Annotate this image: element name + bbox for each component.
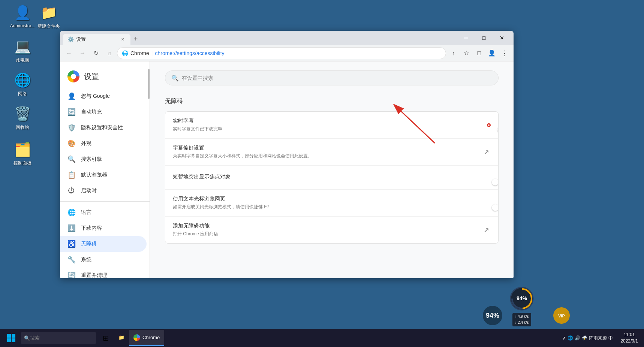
sidebar-item-default-browser[interactable]: 📋 默认浏览器 [60, 167, 150, 183]
desktop: 👤 Administra... 📁 新建文件夹 💻 此电脑 🌐 网络 🗑️ 回收… [0, 0, 644, 347]
weather-label: 阵雨来袭 [589, 335, 607, 341]
sidebar-label-appearance: 外观 [81, 140, 91, 147]
chrome-app-icon [133, 334, 140, 341]
sidebar-scrollbar-thumb[interactable] [148, 69, 150, 99]
home-button[interactable]: ⌂ [103, 47, 115, 59]
desktop-icon-admin[interactable]: 👤 Administra... [7, 4, 37, 28]
caption-prefs-title: 字幕偏好设置 [173, 145, 476, 151]
search-engine-icon: 🔍 [67, 155, 75, 163]
add-accessibility-content: 添加无障碍功能 打开 Chrome 应用商店 [173, 223, 476, 237]
live-caption-title: 实时字幕 [173, 118, 481, 124]
menu-button[interactable]: ⋮ [499, 47, 511, 59]
taskbar-task-view[interactable]: ⊞ [97, 330, 114, 346]
start-button[interactable] [3, 330, 19, 346]
sidebar-item-reset[interactable]: 🔄 重置并清理 [60, 268, 150, 278]
bookmark-button[interactable]: ☆ [460, 47, 472, 59]
sidebar-label-default-browser: 默认浏览器 [81, 172, 107, 178]
taskbar-file-explorer[interactable]: 📁 [114, 330, 129, 346]
maximize-button[interactable]: □ [475, 34, 493, 42]
live-caption-action [487, 123, 491, 127]
sidebar-item-privacy[interactable]: 🛡️ 隐私设置和安全性 [60, 120, 150, 136]
startup-icon: ⏻ [67, 187, 75, 194]
folder-icon: 📁 [40, 4, 58, 22]
taskbar-search[interactable]: 🔍 搜索 [21, 332, 96, 344]
caption-prefs-external-link[interactable]: ↗ [482, 148, 491, 157]
chrome-logo [67, 70, 79, 82]
tray-volume: 🔊 [575, 335, 580, 341]
sidebar-item-downloads[interactable]: ⬇️ 下载内容 [60, 220, 150, 236]
address-bar[interactable]: 🌐 Chrome | chrome://settings/accessibili… [117, 47, 446, 59]
nav-bar: ← → ↻ ⌂ 🌐 Chrome | chrome://settings/acc… [60, 45, 514, 61]
search-input[interactable] [182, 75, 492, 81]
title-bar: ⚙️ 设置 ✕ + — □ ✕ [60, 31, 514, 45]
downloads-icon: ⬇️ [67, 224, 75, 232]
vip-icon: VIP [552, 306, 571, 325]
profile-button[interactable]: 👤 [486, 47, 498, 59]
close-button[interactable]: ✕ [493, 34, 511, 42]
text-cursor-desc: 如需开启或关闭光标浏览模式，请使用快捷键 F7 [173, 204, 485, 210]
sidebar-label-reset: 重置并清理 [81, 272, 107, 278]
autofill-icon: 🔄 [67, 108, 75, 116]
settings-row-add-accessibility: 添加无障碍功能 打开 Chrome 应用商店 ↗ [165, 217, 498, 243]
search-icon: 🔍 [171, 75, 179, 82]
sidebar-item-system[interactable]: 🔧 系统 [60, 252, 150, 268]
temperature-label: 中 [608, 335, 613, 341]
languages-icon: 🌐 [67, 208, 75, 217]
window-controls: — □ ✕ [457, 34, 511, 42]
live-caption-toggle-wrapper [487, 123, 491, 127]
desktop-icon-new-folder[interactable]: 📁 新建文件夹 [34, 4, 64, 30]
browser-tab-settings[interactable]: ⚙️ 设置 ✕ [63, 34, 130, 45]
desktop-icon-control-panel[interactable]: 🗂️ 控制面板 [7, 141, 37, 166]
desktop-icon-recycle-bin[interactable]: 🗑️ 回收站 [7, 105, 37, 131]
sidebar-item-languages[interactable]: 🌐 语言 [60, 205, 150, 220]
taskbar-chrome[interactable]: Chrome [129, 330, 164, 346]
windows-logo [7, 334, 15, 342]
new-tab-button[interactable]: + [130, 34, 141, 44]
text-cursor-content: 使用文本光标浏览网页 如需开启或关闭光标浏览模式，请使用快捷键 F7 [173, 196, 485, 210]
minimize-button[interactable]: — [457, 34, 475, 42]
clock-date: 2022/9/1 [620, 338, 638, 344]
tab-restore-button[interactable]: □ [473, 47, 485, 59]
accessibility-icon: ♿ [67, 240, 75, 248]
settings-search-bar[interactable]: 🔍 [165, 70, 499, 85]
add-accessibility-desc: 打开 Chrome 应用商店 [173, 231, 476, 237]
cpu-gauge-svg: 94% [508, 285, 535, 312]
appearance-icon: 🎨 [67, 139, 75, 148]
taskbar-apps: 📁 Chrome [114, 330, 560, 346]
browser-content: 设置 👤 您与 Google 🔄 自动填充 🛡️ 隐私设置和安全性 🎨 外观 [60, 61, 514, 278]
svg-rect-10 [7, 338, 11, 342]
sidebar-item-on-startup[interactable]: ⏻ 启动时 [60, 183, 150, 198]
svg-text:94%: 94% [517, 295, 527, 301]
taskbar-clock[interactable]: 11:01 2022/9/1 [617, 332, 641, 344]
highlight-focus-content: 短暂地突出显示焦点对象 [173, 174, 485, 182]
forward-button[interactable]: → [76, 47, 88, 59]
back-button[interactable]: ← [63, 47, 75, 59]
caption-prefs-action: ↗ [482, 148, 491, 157]
tab-close-button[interactable]: ✕ [119, 36, 126, 43]
taskbar: 🔍 搜索 ⊞ 📁 Chrome ∧ 🌐 🔊 ⛈️ 阵雨来袭 中 11:0 [0, 329, 644, 347]
desktop-icon-network[interactable]: 🌐 网络 [7, 71, 37, 97]
sidebar-item-you-and-google[interactable]: 👤 您与 Google [60, 88, 150, 104]
vip-badge: VIP [552, 306, 571, 326]
settings-row-caption-preferences: 字幕偏好设置 为实时字幕自定义字幕大小和样式，部分应用和网站也会使用此设置。 ↗ [165, 139, 498, 166]
cpu-circle: 94% [508, 285, 535, 312]
reset-icon: 🔄 [67, 271, 75, 278]
sidebar-item-appearance[interactable]: 🎨 外观 [60, 136, 150, 151]
sidebar-item-accessibility[interactable]: ♿ 无障碍 [60, 236, 147, 252]
sidebar-label-languages: 语言 [81, 209, 91, 216]
desktop-icon-this-pc[interactable]: 💻 此电脑 [7, 37, 37, 63]
settings-main: 🔍 无障碍 实时字幕 实时字幕文件已下载完毕 [150, 61, 514, 278]
add-accessibility-external-link[interactable]: ↗ [482, 226, 491, 235]
sidebar-item-autofill[interactable]: 🔄 自动填充 [60, 104, 150, 120]
sidebar-item-search-engine[interactable]: 🔍 搜索引擎 [60, 151, 150, 167]
address-url: chrome://settings/accessibility [155, 50, 224, 56]
sidebar-label-on-startup: 启动时 [81, 187, 97, 194]
clock-time: 11:01 [620, 332, 638, 338]
share-button[interactable]: ↑ [448, 47, 460, 59]
refresh-button[interactable]: ↻ [90, 47, 102, 59]
tray-expand[interactable]: ∧ [563, 335, 566, 341]
live-caption-content: 实时字幕 实时字幕文件已下载完毕 [173, 118, 481, 132]
nav-right-icons: ↑ ☆ □ 👤 ⋮ [448, 47, 511, 59]
add-accessibility-title: 添加无障碍功能 [173, 223, 476, 229]
sidebar-label-privacy: 隐私设置和安全性 [81, 124, 123, 131]
